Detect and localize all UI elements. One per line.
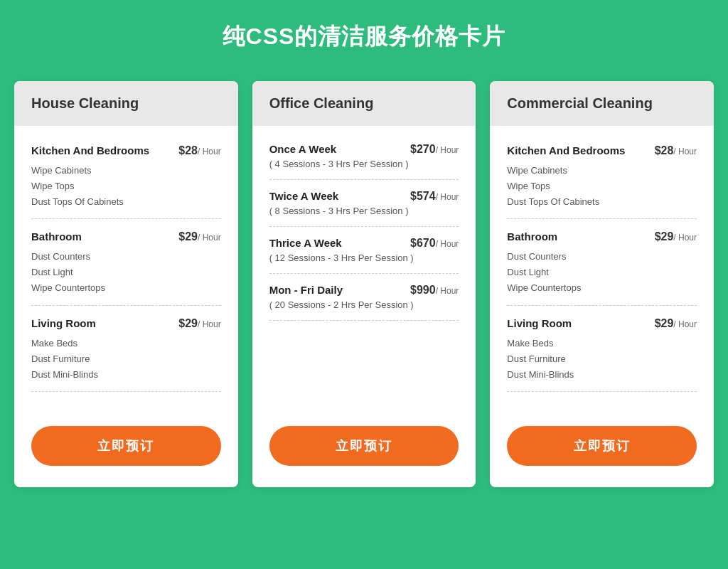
house-bathroom-price: $29/ Hour (178, 230, 220, 243)
office-cta-button[interactable]: 立即预订 (269, 426, 459, 466)
office-thrice-name: Thrice A Week (269, 237, 342, 249)
house-cta-container: 立即预订 (14, 409, 238, 466)
house-kitchen-items: Wipe Cabinets Wipe Tops Dust Tops Of Cab… (31, 163, 221, 210)
house-cta-button[interactable]: 立即预订 (31, 426, 221, 466)
office-once-desc: ( 4 Sessions - 3 Hrs Per Session ) (269, 159, 459, 169)
list-item: Make Beds (507, 336, 697, 351)
commercial-bathroom-items: Dust Counters Dust Light Wipe Countertop… (507, 249, 697, 296)
list-item: Dust Mini-Blinds (507, 367, 697, 383)
house-living-items: Make Beds Dust Furniture Dust Mini-Blind… (31, 336, 221, 383)
house-bathroom-name: Bathroom (31, 230, 82, 243)
commercial-cta-button[interactable]: 立即预订 (507, 426, 697, 466)
commercial-kitchen-items: Wipe Cabinets Wipe Tops Dust Tops Of Cab… (507, 163, 697, 210)
list-item: Dust Counters (507, 249, 697, 265)
list-item: Wipe Countertops (31, 280, 221, 296)
house-section-bathroom: Bathroom $29/ Hour Dust Counters Dust Li… (31, 219, 221, 305)
office-daily-desc: ( 20 Sessions - 2 Hrs Per Session ) (269, 299, 459, 310)
house-living-name: Living Room (31, 317, 96, 329)
commercial-bathroom-name: Bathroom (507, 230, 557, 243)
office-cta-container: 立即预订 (252, 409, 476, 466)
list-item: Dust Furniture (507, 351, 697, 367)
office-thrice-desc: ( 12 Sessions - 3 Hrs Per Session ) (269, 252, 459, 263)
commercial-living-name: Living Room (507, 317, 572, 329)
list-item: Wipe Cabinets (507, 163, 697, 179)
list-item: Dust Mini-Blinds (31, 367, 221, 383)
commercial-section-kitchen: Kitchen And Bedrooms $28/ Hour Wipe Cabi… (507, 133, 697, 219)
card-commercial-body: Kitchen And Bedrooms $28/ Hour Wipe Cabi… (490, 126, 714, 409)
office-twice-price: $574/ Hour (410, 190, 459, 203)
card-house-body: Kitchen And Bedrooms $28/ Hour Wipe Cabi… (14, 126, 238, 409)
commercial-section-bathroom: Bathroom $29/ Hour Dust Counters Dust Li… (507, 219, 697, 305)
office-section-once: Once A Week $270/ Hour ( 4 Sessions - 3 … (269, 133, 459, 180)
list-item: Wipe Cabinets (31, 163, 221, 179)
house-section-living: Living Room $29/ Hour Make Beds Dust Fur… (31, 306, 221, 392)
office-once-name: Once A Week (269, 143, 336, 155)
card-office-body: Once A Week $270/ Hour ( 4 Sessions - 3 … (252, 126, 476, 409)
office-thrice-price: $670/ Hour (410, 237, 459, 250)
commercial-living-price: $29/ Hour (655, 317, 697, 330)
list-item: Make Beds (31, 336, 221, 351)
house-section-kitchen: Kitchen And Bedrooms $28/ Hour Wipe Cabi… (31, 133, 221, 219)
house-kitchen-price: $28/ Hour (178, 144, 220, 157)
house-living-price: $29/ Hour (178, 317, 220, 330)
list-item: Wipe Tops (31, 179, 221, 194)
commercial-bathroom-price: $29/ Hour (655, 230, 697, 243)
card-commercial-header: Commercial Cleaning (490, 81, 714, 126)
office-twice-desc: ( 8 Sessions - 3 Hrs Per Session ) (269, 206, 459, 216)
office-daily-price: $990/ Hour (410, 284, 459, 297)
commercial-cta-container: 立即预订 (490, 409, 714, 466)
office-section-daily: Mon - Fri Daily $990/ Hour ( 20 Sessions… (269, 274, 459, 321)
card-commercial: Commercial Cleaning Kitchen And Bedrooms… (490, 81, 714, 487)
card-office: Office Cleaning Once A Week $270/ Hour (… (252, 81, 476, 487)
card-office-header: Office Cleaning (252, 81, 476, 126)
list-item: Dust Counters (31, 249, 221, 265)
commercial-kitchen-name: Kitchen And Bedrooms (507, 144, 625, 156)
list-item: Wipe Tops (507, 179, 697, 194)
commercial-kitchen-price: $28/ Hour (655, 144, 697, 157)
list-item: Dust Tops Of Cabinets (507, 194, 697, 210)
list-item: Wipe Countertops (507, 280, 697, 296)
house-kitchen-name: Kitchen And Bedrooms (31, 144, 149, 156)
commercial-section-living: Living Room $29/ Hour Make Beds Dust Fur… (507, 306, 697, 392)
house-bathroom-items: Dust Counters Dust Light Wipe Countertop… (31, 249, 221, 296)
office-section-twice: Twice A Week $574/ Hour ( 8 Sessions - 3… (269, 180, 459, 227)
office-daily-name: Mon - Fri Daily (269, 284, 343, 296)
page-title: 纯CSS的清洁服务价格卡片 (223, 21, 506, 53)
card-house: House Cleaning Kitchen And Bedrooms $28/… (14, 81, 238, 487)
list-item: Dust Tops Of Cabinets (31, 194, 221, 210)
commercial-living-items: Make Beds Dust Furniture Dust Mini-Blind… (507, 336, 697, 383)
list-item: Dust Furniture (31, 351, 221, 367)
list-item: Dust Light (31, 265, 221, 280)
list-item: Dust Light (507, 265, 697, 280)
office-once-price: $270/ Hour (410, 143, 459, 156)
office-twice-name: Twice A Week (269, 190, 339, 202)
cards-container: House Cleaning Kitchen And Bedrooms $28/… (14, 81, 714, 487)
office-section-thrice: Thrice A Week $670/ Hour ( 12 Sessions -… (269, 227, 459, 274)
card-house-header: House Cleaning (14, 81, 238, 126)
